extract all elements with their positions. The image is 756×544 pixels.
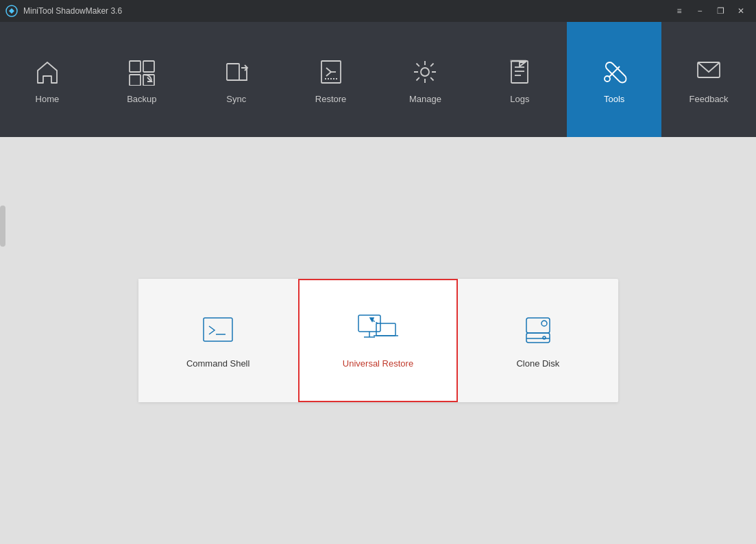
nav-logs-label: Logs [510, 94, 529, 104]
svg-point-29 [543, 336, 546, 339]
svg-line-15 [609, 66, 620, 77]
logs-icon [503, 55, 536, 88]
svg-rect-13 [510, 60, 526, 62]
nav-feedback[interactable]: Feedback [661, 22, 756, 137]
clone-disk-label: Clone Disk [516, 358, 559, 369]
app-logo-icon [5, 5, 18, 17]
home-icon [31, 55, 64, 88]
sync-icon [220, 55, 253, 88]
clone-disk-icon [521, 312, 555, 349]
nav-backup-label: Backup [127, 94, 156, 104]
tool-command-shell[interactable]: Command Shell [138, 279, 298, 402]
svg-rect-17 [204, 318, 232, 341]
nav-restore-label: Restore [315, 94, 347, 104]
feedback-icon [692, 55, 725, 88]
tool-clone-disk[interactable]: Clone Disk [458, 279, 618, 402]
nav-home-label: Home [36, 94, 60, 104]
svg-point-27 [541, 321, 547, 326]
title-bar: MiniTool ShadowMaker 3.6 ≡ − ❐ ✕ [0, 0, 756, 22]
minimize-button[interactable]: − [690, 4, 709, 18]
command-shell-label: Command Shell [186, 358, 250, 369]
nav-bar: Home Backup Sync [0, 22, 756, 137]
nav-home[interactable]: Home [0, 22, 95, 137]
nav-sync-label: Sync [226, 94, 246, 104]
nav-tools-label: Tools [604, 94, 624, 104]
universal-restore-label: Universal Restore [343, 358, 413, 369]
nav-restore[interactable]: Restore [284, 22, 378, 137]
main-content: Command Shell Universal Restore [0, 137, 756, 544]
nav-backup[interactable]: Backup [95, 22, 189, 137]
backup-icon [125, 55, 158, 88]
nav-tools[interactable]: Tools [567, 22, 661, 137]
tools-icon [598, 55, 631, 88]
scroll-indicator [0, 206, 5, 247]
menu-button[interactable]: ≡ [670, 4, 689, 18]
svg-rect-2 [143, 61, 154, 72]
universal-restore-icon [357, 312, 398, 349]
close-button[interactable]: ✕ [731, 4, 751, 18]
title-bar-controls: ≡ − ❐ ✕ [670, 4, 751, 18]
tools-panel: Command Shell Universal Restore [138, 279, 618, 402]
nav-manage-label: Manage [409, 94, 441, 104]
nav-sync[interactable]: Sync [189, 22, 284, 137]
restore-icon [315, 55, 347, 88]
restore-button[interactable]: ❐ [711, 4, 730, 18]
tool-universal-restore[interactable]: Universal Restore [298, 279, 458, 402]
svg-point-8 [421, 68, 429, 76]
svg-rect-26 [526, 333, 550, 343]
nav-manage[interactable]: Manage [378, 22, 473, 137]
svg-rect-5 [227, 64, 239, 80]
svg-rect-3 [130, 75, 141, 86]
svg-rect-22 [376, 323, 395, 336]
command-shell-icon [201, 312, 235, 349]
title-bar-left: MiniTool ShadowMaker 3.6 [5, 5, 122, 17]
nav-logs[interactable]: Logs [472, 22, 567, 137]
nav-feedback-label: Feedback [690, 94, 729, 104]
svg-point-14 [605, 76, 610, 82]
svg-rect-1 [130, 61, 141, 72]
app-title: MiniTool ShadowMaker 3.6 [23, 6, 122, 16]
manage-icon [409, 55, 441, 88]
